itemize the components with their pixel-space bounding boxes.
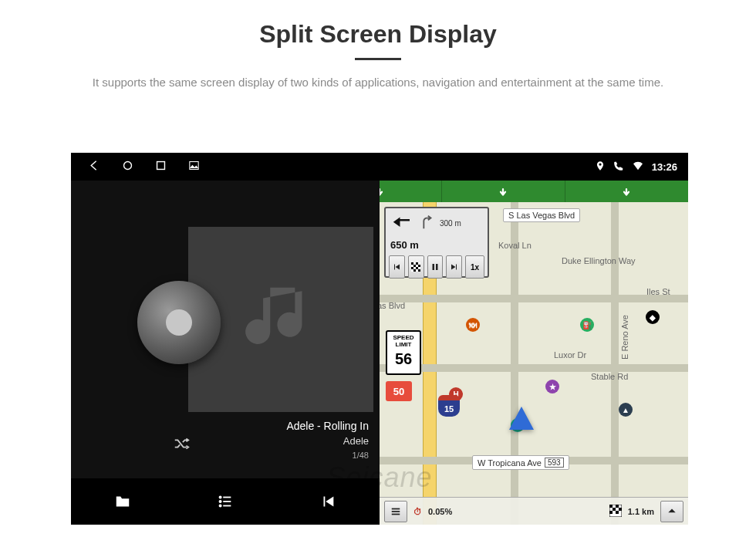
page-title: Split Screen Display — [0, 20, 756, 49]
svg-rect-26 — [613, 508, 616, 511]
street-label: S Las Vegas Blvd — [503, 208, 580, 222]
svg-rect-27 — [619, 508, 622, 511]
checkered-flag-icon — [609, 505, 622, 518]
poi-icon[interactable]: ◆ — [646, 310, 660, 324]
poi-icon[interactable]: ▲ — [619, 403, 633, 417]
device-screen: 13:26 Adele - Rolling In Adele 1/48 2:02 — [71, 153, 688, 525]
title-underline — [355, 58, 401, 60]
map-panel[interactable]: S Las Vegas Blvd Koval Ln Duke Ellington… — [380, 202, 688, 525]
svg-point-3 — [219, 496, 221, 498]
folder-button[interactable] — [71, 478, 174, 525]
map-bottom-bar: ⏱ 0.05% 1.1 km — [380, 497, 688, 525]
svg-rect-12 — [413, 265, 416, 267]
track-index: 1/48 — [353, 451, 369, 460]
svg-rect-18 — [432, 264, 434, 270]
picture-icon[interactable] — [187, 159, 201, 174]
svg-rect-19 — [436, 264, 438, 270]
recent-apps-icon[interactable] — [154, 159, 167, 174]
next-turn-distance: 300 m — [440, 219, 461, 228]
playlist-button[interactable] — [174, 478, 276, 525]
lane-arrow — [565, 181, 688, 202]
svg-rect-10 — [411, 262, 413, 265]
street-label: E Reno Ave — [619, 310, 631, 364]
nav-cursor-icon — [509, 407, 534, 430]
svg-point-0 — [124, 162, 132, 170]
street-number: 593 — [545, 458, 564, 468]
music-panel: Adele - Rolling In Adele 1/48 2:02 — [71, 181, 380, 525]
turn-panel: 300 m 650 m 1x — [384, 207, 489, 278]
svg-rect-17 — [418, 269, 420, 272]
back-icon[interactable] — [88, 159, 101, 174]
previous-button[interactable] — [277, 478, 380, 525]
music-note-icon — [238, 277, 323, 362]
svg-rect-14 — [411, 267, 413, 269]
svg-rect-16 — [413, 269, 416, 272]
svg-point-5 — [219, 501, 221, 502]
street-label-tropicana: W Tropicana Ave 593 — [472, 455, 569, 470]
poi-icon[interactable]: ★ — [545, 380, 559, 393]
pause-button[interactable] — [427, 255, 444, 279]
turn-right-icon — [418, 214, 435, 231]
menu-button[interactable] — [384, 501, 407, 522]
poi-icon[interactable]: 🍽 — [466, 318, 480, 332]
speed-limit-value: 56 — [387, 350, 420, 367]
svg-rect-24 — [609, 505, 613, 508]
checkered-button[interactable] — [408, 255, 424, 279]
interstate-shield: 15 — [438, 395, 460, 417]
street-label: Luxor Dr — [549, 349, 591, 361]
speed-limit-sign: SPEED LIMIT 56 — [386, 330, 421, 375]
svg-rect-15 — [416, 267, 418, 269]
svg-rect-1 — [157, 162, 165, 170]
lane-arrow — [442, 181, 565, 202]
street-label: Koval Ln — [494, 239, 536, 252]
status-bar: 13:26 — [71, 153, 688, 181]
turn-left-icon — [390, 211, 413, 235]
next-step-button[interactable] — [446, 255, 462, 279]
road — [611, 202, 619, 525]
track-artist: Adele — [343, 435, 369, 447]
route-badge: 50 — [386, 381, 412, 401]
wifi-icon — [632, 160, 644, 174]
page-subtitle: It supports the same screen display of t… — [31, 74, 725, 92]
remaining-distance: 1.1 km — [628, 507, 654, 516]
street-label: Iles St — [642, 285, 675, 298]
speed-multiplier-button[interactable]: 1x — [465, 255, 484, 279]
track-title: Adele - Rolling In — [286, 420, 369, 432]
street-label: Vegas Blvd — [380, 299, 410, 312]
music-bottom-bar — [71, 478, 380, 525]
svg-rect-13 — [418, 265, 420, 267]
street-label: Stable Rd — [586, 370, 633, 383]
current-turn-distance: 650 m — [386, 238, 488, 252]
svg-rect-29 — [616, 511, 619, 514]
street-label-text: W Tropicana Ave — [478, 458, 542, 468]
svg-rect-11 — [416, 262, 418, 265]
prev-step-button[interactable] — [389, 255, 405, 279]
progress-percent: 0.05% — [428, 507, 452, 516]
road — [380, 364, 688, 372]
svg-rect-28 — [609, 511, 613, 514]
home-icon[interactable] — [121, 159, 134, 174]
expand-button[interactable] — [660, 501, 683, 522]
svg-point-7 — [219, 505, 221, 506]
location-icon — [595, 160, 606, 174]
cd-disc[interactable] — [137, 281, 221, 364]
shuffle-icon[interactable] — [171, 435, 191, 455]
speed-limit-label: SPEED LIMIT — [393, 334, 413, 348]
street-label: Duke Ellington Way — [557, 255, 640, 267]
eta-icon: ⏱ — [413, 507, 422, 516]
poi-icon[interactable]: ⛽ — [580, 318, 594, 332]
clock: 13:26 — [652, 161, 677, 173]
phone-icon — [613, 160, 624, 174]
svg-rect-25 — [616, 505, 619, 508]
